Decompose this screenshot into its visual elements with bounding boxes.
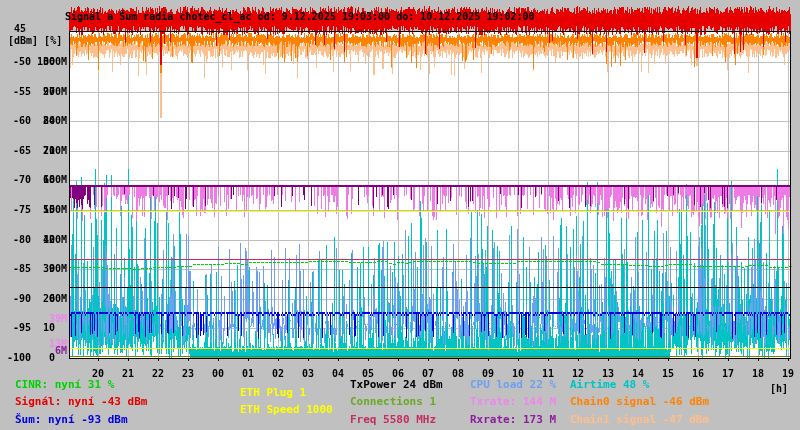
axis-top-value: 45	[14, 24, 26, 34]
y-tick-dbm: -85	[0, 264, 31, 274]
y-tick-dbm: -60	[0, 116, 31, 126]
legend-item: Chain1 signal -47 dBm	[570, 414, 709, 425]
y-tick-rate: 180M	[43, 175, 67, 185]
legend-item: Signál: nyní -43 dBm	[15, 396, 147, 407]
x-axis-unit: [h]	[770, 384, 788, 394]
legend-item: Rxrate: 173 M	[470, 414, 556, 425]
legend-item: TxPower 24 dBm	[350, 379, 443, 390]
y-tick-dbm: -90	[0, 294, 31, 304]
rate-marker-label: 6M	[43, 346, 67, 356]
y-tick-rate: 300M	[43, 57, 67, 67]
x-tick-label: 02	[270, 369, 286, 379]
x-tick-label: 23	[180, 369, 196, 379]
legend-item: Airtime 48 %	[570, 379, 649, 390]
y-tick-rate: 60M	[43, 294, 67, 304]
y-tick-dbm: -55	[0, 87, 31, 97]
x-tick-label: 19	[780, 369, 796, 379]
x-tick-label: 17	[720, 369, 736, 379]
y-tick-rate: 120M	[43, 235, 67, 245]
y-tick-rate: 240M	[43, 116, 67, 126]
x-tick-label: 04	[330, 369, 346, 379]
y-tick-rate: 270M	[43, 87, 67, 97]
axis-unit-label: [dBm] [%]	[8, 36, 62, 46]
legend-item: ETH Plug 1	[240, 387, 306, 398]
x-tick-label: 03	[300, 369, 316, 379]
y-tick-dbm: -75	[0, 205, 31, 215]
x-tick-label: 21	[120, 369, 136, 379]
x-tick-label: 15	[660, 369, 676, 379]
y-tick-rate: 90M	[43, 264, 67, 274]
legend-item: CINR: nyní 31 %	[15, 379, 114, 390]
y-tick-rate: 150M	[43, 205, 67, 215]
y-tick-dbm: -70	[0, 175, 31, 185]
legend-item: Chain0 signal -46 dBm	[570, 396, 709, 407]
x-tick-label: 18	[750, 369, 766, 379]
x-tick-label: 08	[450, 369, 466, 379]
y-tick-dbm: -95	[0, 323, 31, 333]
y-tick-dbm: -50	[0, 57, 31, 67]
legend-item: ETH Speed 1000	[240, 404, 333, 415]
signal-chart-canvas	[0, 0, 800, 430]
rate-marker-label: 39M	[43, 314, 67, 324]
legend-item: Freq 5580 MHz	[350, 414, 436, 425]
x-tick-label: 16	[690, 369, 706, 379]
x-tick-label: 22	[150, 369, 166, 379]
y-tick-rate: 210M	[43, 146, 67, 156]
legend-item: Šum: nyní -93 dBm	[15, 414, 128, 425]
mrtg-signal-graph-page: 45 [dBm] [%] Signál a Šum radia chotec_c…	[0, 0, 800, 430]
y-tick-dbm: -65	[0, 146, 31, 156]
y-tick-pct: 10	[33, 323, 55, 333]
x-tick-label: 01	[240, 369, 256, 379]
y-tick-dbm: -100	[0, 353, 31, 363]
legend-item: CPU load 22 %	[470, 379, 556, 390]
legend-item: Connections 1	[350, 396, 436, 407]
y-tick-dbm: -80	[0, 235, 31, 245]
x-tick-label: 00	[210, 369, 226, 379]
chart-title: Signál a Šum radia chotec_cl_ac od: 9.12…	[65, 12, 535, 22]
legend-item: Txrate: 144 M	[470, 396, 556, 407]
